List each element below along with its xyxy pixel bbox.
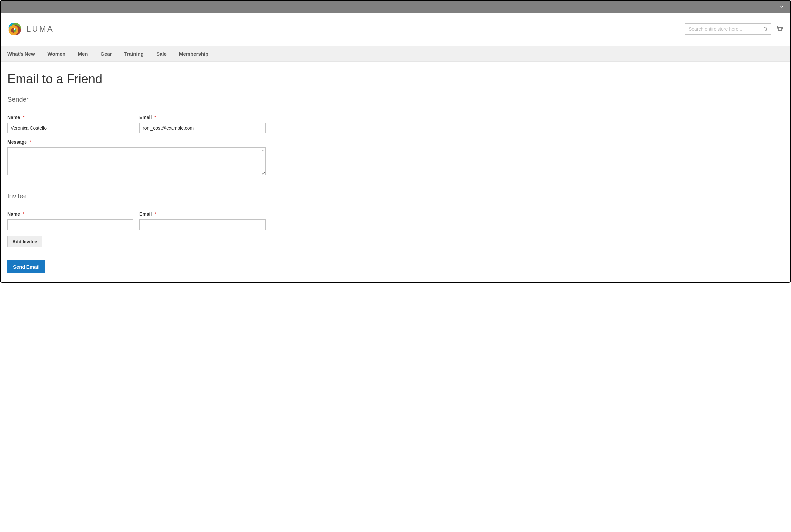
legend-sender: Sender	[7, 96, 265, 107]
label-sender-name: Name *	[7, 115, 133, 120]
category-nav: What's New Women Men Gear Training Sale …	[1, 46, 790, 61]
nav-item-training[interactable]: Training	[125, 51, 144, 57]
required-mark: *	[30, 139, 31, 145]
required-mark: *	[22, 211, 24, 217]
fieldset-invitee: Invitee Name * Email *	[7, 192, 265, 247]
field-invitee-name: Name *	[7, 211, 133, 230]
nav-item-whats-new[interactable]: What's New	[7, 51, 35, 57]
search-box	[685, 23, 771, 35]
store-logo-text: LUMA	[26, 24, 54, 34]
label-invitee-name: Name *	[7, 211, 133, 217]
invitee-name-input[interactable]	[7, 220, 133, 230]
svg-point-4	[764, 27, 767, 31]
form-actions: Send Email	[7, 260, 265, 273]
nav-item-membership[interactable]: Membership	[179, 51, 208, 57]
send-email-button[interactable]: Send Email	[7, 260, 45, 273]
required-mark: *	[22, 115, 24, 120]
invitee-email-input[interactable]	[140, 220, 265, 230]
label-sender-message: Message *	[7, 139, 265, 145]
nav-item-women[interactable]: Women	[48, 51, 66, 57]
cart-icon	[776, 25, 784, 33]
add-invitee-button[interactable]: Add Invitee	[7, 236, 42, 247]
chevron-down-icon[interactable]	[779, 4, 784, 9]
minicart-link[interactable]	[776, 25, 784, 33]
nav-item-gear[interactable]: Gear	[100, 51, 112, 57]
nav-item-sale[interactable]: Sale	[156, 51, 167, 57]
panel-header	[1, 1, 790, 13]
sender-message-textarea[interactable]	[7, 147, 265, 175]
page-title: Email to a Friend	[7, 72, 784, 87]
label-invitee-email: Email *	[140, 211, 265, 217]
sendfriend-form: Sender Name * Email *	[7, 96, 265, 273]
field-sender-email: Email *	[140, 115, 265, 133]
header-tools	[685, 23, 784, 35]
required-mark: *	[154, 211, 156, 217]
nav-item-men[interactable]: Men	[78, 51, 88, 57]
legend-invitee: Invitee	[7, 192, 265, 204]
required-mark: *	[154, 115, 156, 120]
store-logo[interactable]: LUMA	[7, 22, 54, 36]
field-invitee-email: Email *	[140, 211, 265, 230]
sender-name-input[interactable]	[7, 123, 133, 133]
field-sender-message: Message * ▴▾	[7, 139, 265, 176]
fieldset-sender: Sender Name * Email *	[7, 96, 265, 176]
search-input[interactable]	[689, 26, 763, 32]
luma-logo-icon	[7, 22, 22, 36]
sender-email-input[interactable]	[140, 123, 265, 133]
search-icon[interactable]	[763, 26, 768, 32]
svg-line-5	[767, 30, 768, 31]
field-sender-name: Name *	[7, 115, 133, 133]
page-main: Email to a Friend Sender Name * Email	[1, 61, 790, 282]
page-header: LUMA	[1, 13, 790, 46]
label-sender-email: Email *	[140, 115, 265, 120]
